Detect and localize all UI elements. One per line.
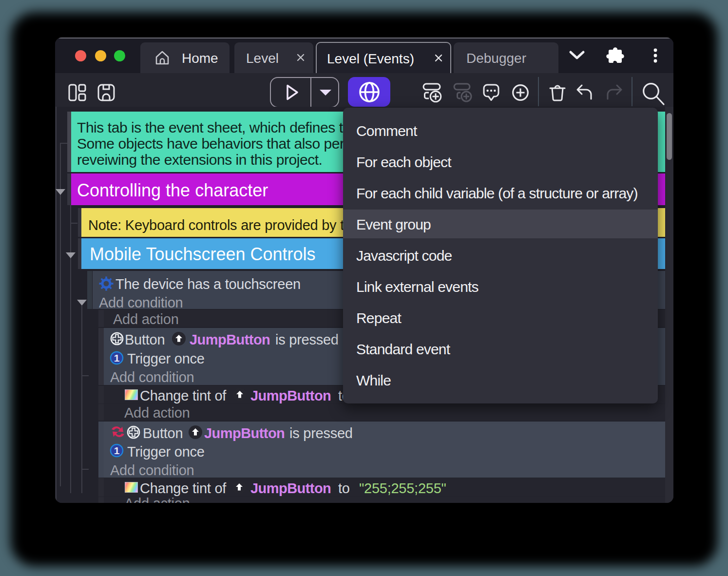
svg-text:1: 1 xyxy=(114,352,120,364)
svg-text:1: 1 xyxy=(114,445,120,456)
